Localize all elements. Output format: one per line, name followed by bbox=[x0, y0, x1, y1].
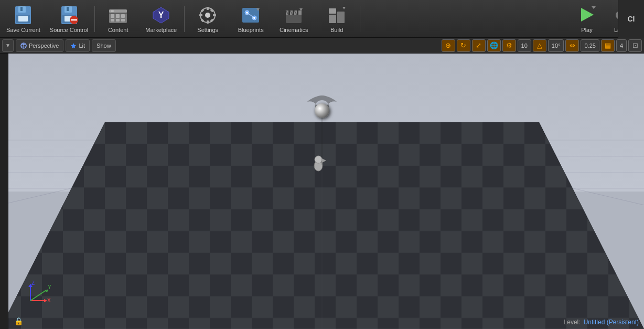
source-control-icon bbox=[59, 5, 80, 26]
ci-button[interactable]: CI bbox=[618, 0, 644, 38]
scale-snap-icon: ⇔ bbox=[570, 41, 575, 49]
svg-rect-53 bbox=[337, 12, 345, 23]
svg-rect-20 bbox=[116, 19, 120, 22]
grid-snap-value[interactable]: 10 bbox=[518, 39, 531, 52]
show-button[interactable]: Show bbox=[92, 39, 116, 52]
angle-snap-value[interactable]: 10° bbox=[548, 39, 564, 52]
lit-label: Lit bbox=[79, 43, 85, 49]
sphere-object bbox=[315, 103, 329, 118]
layers-button[interactable]: ▤ bbox=[601, 39, 615, 52]
svg-rect-15 bbox=[109, 13, 127, 14]
world-icon: 🌐 bbox=[490, 41, 498, 49]
scale-icon: ⤢ bbox=[476, 41, 481, 49]
perspective-icon bbox=[20, 43, 27, 49]
svg-marker-56 bbox=[581, 8, 594, 22]
build-label: Build bbox=[330, 27, 343, 33]
level-name[interactable]: Untitled (Persistent) bbox=[584, 319, 639, 326]
play-label: Play bbox=[581, 27, 592, 33]
angle-snap-label: 10° bbox=[552, 43, 561, 49]
marketplace-button[interactable]: Y Marketplace bbox=[140, 2, 182, 36]
save-current-button[interactable]: Save Current bbox=[2, 2, 45, 36]
build-button[interactable]: Build bbox=[316, 2, 358, 36]
cinematics-button[interactable]: Cinematics bbox=[273, 2, 315, 36]
layer-count-label: 4 bbox=[620, 43, 623, 49]
show-label: Show bbox=[96, 43, 111, 49]
svg-text:Y: Y bbox=[158, 10, 164, 19]
svg-rect-18 bbox=[121, 14, 125, 18]
level-label: Level: bbox=[564, 319, 581, 326]
viewport-right-controls: ⊕ ↻ ⤢ 🌐 ⚙ 10 △ 10° ⇔ bbox=[442, 39, 642, 52]
play-icon bbox=[577, 5, 597, 26]
svg-line-96 bbox=[30, 290, 46, 301]
svg-rect-54 bbox=[329, 8, 336, 14]
toolbar-divider-3 bbox=[360, 6, 360, 32]
marketplace-label: Marketplace bbox=[145, 27, 177, 33]
viewport-status: Level: Untitled (Persistent) bbox=[564, 319, 639, 326]
snap-settings-icon: ⚙ bbox=[506, 41, 512, 49]
lit-icon bbox=[70, 43, 77, 49]
svg-marker-89 bbox=[322, 158, 326, 163]
scale-snap-button[interactable]: ⇔ bbox=[565, 39, 579, 52]
blueprints-label: Blueprints bbox=[238, 27, 264, 33]
left-panel bbox=[0, 54, 8, 329]
svg-marker-57 bbox=[592, 6, 596, 9]
scale-snap-label: 0.25 bbox=[584, 43, 595, 49]
source-control-button[interactable]: Source Control bbox=[46, 2, 92, 36]
main-toolbar: Save Current Source Control bbox=[0, 0, 644, 38]
transform-icon: ⊕ bbox=[445, 41, 451, 49]
play-button[interactable]: Play bbox=[568, 2, 605, 36]
sphere-drop-line bbox=[322, 112, 323, 160]
settings-label: Settings bbox=[197, 27, 218, 33]
rotate-icon: ↻ bbox=[460, 41, 466, 49]
blueprints-icon bbox=[240, 5, 261, 26]
grid-snap-label: 10 bbox=[521, 43, 528, 49]
svg-rect-30 bbox=[213, 14, 216, 16]
snap-settings-button[interactable]: ⚙ bbox=[502, 39, 516, 52]
svg-rect-17 bbox=[116, 14, 120, 18]
svg-rect-47 bbox=[298, 10, 302, 15]
scale-snap-value[interactable]: 0.25 bbox=[581, 39, 599, 52]
svg-rect-29 bbox=[199, 14, 202, 16]
save-current-label: Save Current bbox=[6, 27, 40, 33]
layer-count-value[interactable]: 4 bbox=[616, 39, 627, 52]
svg-rect-21 bbox=[121, 19, 125, 22]
viewport-dropdown[interactable]: ▼ bbox=[2, 39, 14, 52]
content-icon bbox=[108, 5, 128, 26]
svg-text:Z: Z bbox=[31, 280, 35, 286]
content-button[interactable]: Content bbox=[97, 2, 139, 36]
svg-rect-28 bbox=[207, 20, 209, 24]
blueprints-button[interactable]: Blueprints bbox=[230, 2, 272, 36]
dropdown-arrow: ▼ bbox=[5, 43, 10, 48]
toolbar-divider-2 bbox=[184, 6, 185, 32]
marketplace-icon: Y bbox=[151, 5, 171, 26]
angle-icon-button[interactable]: △ bbox=[533, 39, 546, 52]
svg-marker-67 bbox=[71, 43, 76, 48]
svg-rect-32 bbox=[210, 8, 214, 12]
svg-text:Y: Y bbox=[48, 284, 51, 290]
svg-text:X: X bbox=[47, 298, 51, 303]
svg-rect-7 bbox=[67, 7, 69, 11]
source-control-label: Source Control bbox=[50, 27, 88, 33]
world-button[interactable]: 🌐 bbox=[487, 39, 501, 52]
settings-button[interactable]: Settings bbox=[187, 2, 229, 36]
svg-marker-55 bbox=[342, 7, 346, 9]
maximize-button[interactable]: ⊡ bbox=[628, 39, 642, 52]
svg-rect-4 bbox=[18, 16, 28, 22]
perspective-button[interactable]: Perspective bbox=[16, 39, 63, 52]
svg-rect-52 bbox=[329, 15, 336, 23]
content-label: Content bbox=[108, 27, 128, 33]
cinematics-icon bbox=[283, 5, 304, 26]
rotate-button[interactable]: ↻ bbox=[457, 39, 470, 52]
save-icon bbox=[13, 5, 34, 26]
svg-rect-19 bbox=[111, 19, 114, 22]
scale-button[interactable]: ⤢ bbox=[472, 39, 486, 52]
transform-button[interactable]: ⊕ bbox=[442, 39, 455, 52]
build-icon bbox=[326, 5, 347, 26]
player-pawn bbox=[310, 154, 326, 173]
cinematics-label: Cinematics bbox=[280, 27, 308, 33]
lit-button[interactable]: Lit bbox=[66, 39, 90, 52]
svg-point-87 bbox=[315, 156, 322, 163]
svg-point-39 bbox=[246, 12, 248, 14]
lock-icon[interactable]: 🔒 bbox=[14, 316, 23, 326]
toolbar-divider-1 bbox=[94, 6, 95, 32]
